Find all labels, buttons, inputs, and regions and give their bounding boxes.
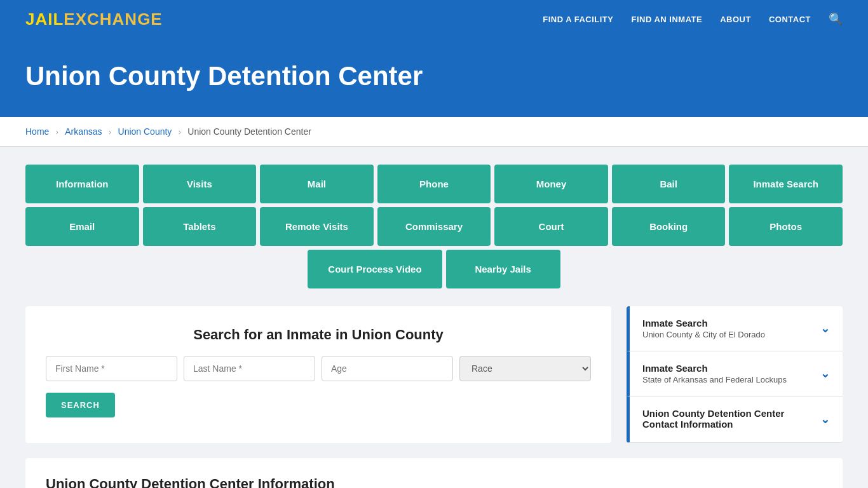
chevron-down-icon-2: ⌄ [820, 412, 830, 426]
breadcrumb-sep-1: › [56, 128, 58, 137]
first-name-input[interactable] [46, 356, 177, 381]
breadcrumb: Home › Arkansas › Union County › Union C… [0, 117, 868, 147]
breadcrumb-home[interactable]: Home [25, 126, 49, 137]
bottom-info-section: Union County Detention Center Informatio… [25, 458, 843, 488]
btn-tablets[interactable]: Tablets [143, 207, 257, 246]
navbar: JAILEXCHANGE FIND A FACILITY FIND AN INM… [0, 0, 868, 38]
sidebar-card-1-subtitle: State of Arkansas and Federal Lockups [642, 375, 787, 384]
main-content: Information Visits Mail Phone Money Bail… [0, 147, 868, 488]
btn-email[interactable]: Email [25, 207, 139, 246]
search-submit-button[interactable]: SEARCH [46, 393, 115, 417]
btn-booking[interactable]: Booking [612, 207, 726, 246]
page-title: Union County Detention Center [25, 61, 843, 92]
nav-links: FIND A FACILITY FIND AN INMATE ABOUT CON… [543, 12, 843, 26]
nav-find-facility[interactable]: FIND A FACILITY [543, 15, 613, 24]
sidebar-card-2-text: Union County Detention Center Contact In… [642, 408, 820, 431]
btn-court-process-video[interactable]: Court Process Video [308, 250, 442, 288]
sidebar-card-0-title: Inmate Search [642, 318, 765, 329]
breadcrumb-sep-3: › [179, 128, 181, 137]
age-input[interactable] [322, 356, 453, 381]
nav-about[interactable]: ABOUT [720, 15, 751, 24]
chevron-down-icon-0: ⌄ [820, 322, 830, 336]
sidebar-card-0[interactable]: Inmate Search Union County & City of El … [627, 306, 843, 351]
sidebar-card-1[interactable]: Inmate Search State of Arkansas and Fede… [627, 351, 843, 396]
sidebar-card-2-title: Union County Detention Center Contact In… [642, 408, 820, 430]
nav-find-inmate[interactable]: FIND AN INMATE [631, 15, 702, 24]
bottom-section-title: Union County Detention Center Informatio… [46, 476, 822, 488]
site-logo[interactable]: JAILEXCHANGE [25, 10, 163, 29]
breadcrumb-state[interactable]: Arkansas [65, 126, 102, 137]
btn-information[interactable]: Information [25, 165, 139, 203]
nav-search-button[interactable]: 🔍 [829, 12, 843, 26]
btn-bail[interactable]: Bail [612, 165, 726, 203]
breadcrumb-county[interactable]: Union County [118, 126, 172, 137]
logo-exchange: EXCHANGE [64, 10, 162, 29]
sidebar-card-0-subtitle: Union County & City of El Dorado [642, 330, 765, 339]
sidebar-card-1-text: Inmate Search State of Arkansas and Fede… [642, 363, 787, 384]
lower-section: Search for an Inmate in Union County Rac… [25, 306, 843, 443]
search-title: Search for an Inmate in Union County [46, 327, 591, 343]
breadcrumb-sep-2: › [109, 128, 111, 137]
buttons-row-3: Court Process Video Nearby Jails [25, 250, 843, 288]
buttons-row-1: Information Visits Mail Phone Money Bail… [25, 165, 843, 203]
search-inputs: Race White Black Hispanic Asian Other [46, 356, 591, 381]
btn-court[interactable]: Court [494, 207, 608, 246]
logo-jail: JAIL [25, 10, 64, 29]
sidebar-card-1-title: Inmate Search [642, 363, 787, 374]
race-select[interactable]: Race White Black Hispanic Asian Other [459, 356, 591, 381]
sidebar-cards: Inmate Search Union County & City of El … [627, 306, 843, 443]
nav-contact[interactable]: CONTACT [769, 15, 811, 24]
btn-commissary[interactable]: Commissary [377, 207, 491, 246]
hero-section: Union County Detention Center [0, 38, 868, 117]
btn-nearby-jails[interactable]: Nearby Jails [446, 250, 560, 288]
inmate-search-box: Search for an Inmate in Union County Rac… [25, 306, 611, 443]
last-name-input[interactable] [184, 356, 315, 381]
sidebar-card-2[interactable]: Union County Detention Center Contact In… [627, 396, 843, 443]
breadcrumb-current: Union County Detention Center [187, 126, 311, 137]
btn-mail[interactable]: Mail [260, 165, 374, 203]
btn-visits[interactable]: Visits [143, 165, 257, 203]
btn-money[interactable]: Money [494, 165, 608, 203]
chevron-down-icon-1: ⌄ [820, 367, 830, 381]
btn-inmate-search[interactable]: Inmate Search [729, 165, 843, 203]
btn-photos[interactable]: Photos [729, 207, 843, 246]
sidebar-card-0-text: Inmate Search Union County & City of El … [642, 318, 765, 339]
btn-remote-visits[interactable]: Remote Visits [260, 207, 374, 246]
buttons-row-2: Email Tablets Remote Visits Commissary C… [25, 207, 843, 246]
btn-phone[interactable]: Phone [377, 165, 491, 203]
